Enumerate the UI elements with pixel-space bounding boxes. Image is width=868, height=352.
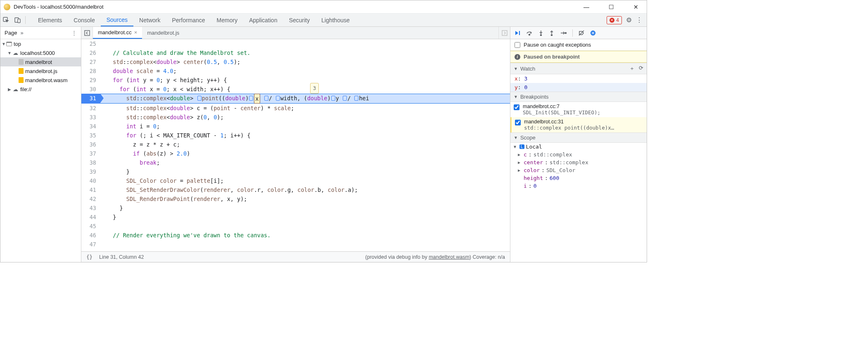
tree-root[interactable]: ▼ top	[0, 39, 81, 48]
deactivate-bp-icon[interactable]	[579, 30, 584, 36]
main-tab-application[interactable]: Application	[243, 14, 283, 26]
tree-origin[interactable]: ▼☁ localhost:5000	[0, 48, 81, 57]
watch-section-head[interactable]: ▼Watch ＋ ⟳	[510, 63, 647, 74]
close-button[interactable]: ✕	[628, 2, 643, 12]
close-tab-icon[interactable]: ×	[134, 29, 138, 35]
main-tab-network[interactable]: Network	[133, 14, 166, 26]
line-gutter[interactable]: 41	[81, 185, 100, 194]
add-watch-icon[interactable]: ＋	[629, 65, 635, 72]
line-gutter[interactable]: 28	[81, 66, 100, 76]
line-gutter[interactable]: 46	[81, 231, 100, 240]
pause-exceptions-icon[interactable]	[590, 30, 596, 36]
svg-rect-5	[519, 31, 520, 35]
tree-origin[interactable]: ▶☁ file://	[0, 85, 81, 94]
line-gutter[interactable]: 45	[81, 222, 100, 231]
editor-tabs: mandelbrot.cc×mandelbrot.js	[81, 27, 510, 39]
line-gutter[interactable]: 36	[81, 140, 100, 149]
step-out-icon[interactable]	[549, 30, 554, 36]
scope-var[interactable]: height: 600	[510, 174, 647, 182]
step-into-icon[interactable]	[538, 30, 543, 36]
watch-row[interactable]: x: 3	[510, 74, 647, 83]
pause-caught-option[interactable]: Pause on caught exceptions	[510, 39, 647, 51]
line-gutter[interactable]: 25	[81, 39, 100, 48]
line-gutter[interactable]: 35	[81, 131, 100, 140]
maximize-button[interactable]: ☐	[604, 2, 619, 12]
window-title: DevTools - localhost:5000/mandelbrot	[14, 4, 579, 10]
line-gutter[interactable]: 27	[81, 57, 100, 66]
debug-toolbar	[510, 27, 647, 39]
scope-var[interactable]: ▶c: std::complex	[510, 151, 647, 158]
editor-tab[interactable]: mandelbrot.js	[142, 27, 184, 39]
main-tab-console[interactable]: Console	[68, 14, 100, 26]
sidebar-more-icon[interactable]: ⋮	[71, 30, 77, 36]
main-tab-security[interactable]: Security	[283, 14, 316, 26]
error-count: 4	[616, 17, 619, 23]
breakpoint-row[interactable]: mandelbrot.cc:31std::complex point((doub…	[510, 117, 647, 132]
main-tab-sources[interactable]: Sources	[101, 14, 133, 26]
debug-info-link[interactable]: mandelbrot.wasm	[429, 254, 470, 260]
line-gutter[interactable]: 43	[81, 203, 100, 213]
minimize-button[interactable]: —	[579, 2, 594, 12]
scope-var[interactable]: ▶center: std::complex	[510, 158, 647, 166]
sidebar-header: Page » ⋮	[0, 27, 81, 39]
resume-icon[interactable]	[515, 30, 520, 36]
scope-var[interactable]: i: 0	[510, 182, 647, 190]
line-gutter[interactable]: 42	[81, 194, 100, 203]
device-toolbar-icon[interactable]	[12, 14, 24, 26]
more-tabs-icon[interactable]: »	[20, 30, 23, 36]
watch-row[interactable]: y: 0	[510, 83, 647, 92]
svg-rect-2	[18, 19, 20, 23]
tree-file[interactable]: mandelbrot	[0, 57, 81, 66]
step-icon[interactable]	[560, 31, 567, 35]
scope-group[interactable]: ▼L Local	[510, 143, 647, 151]
code-editor[interactable]: 2526 // Calculate and draw the Mandelbro…	[81, 39, 510, 251]
line-gutter[interactable]: 39	[81, 167, 100, 176]
file-tree: ▼ top ▼☁ localhost:5000 mandelbrot mande…	[0, 39, 81, 262]
main-tab-elements[interactable]: Elements	[32, 14, 68, 26]
tree-file[interactable]: mandelbrot.js	[0, 66, 81, 76]
line-gutter[interactable]: 26	[81, 48, 100, 57]
breakpoint-checkbox[interactable]	[515, 120, 521, 125]
refresh-watch-icon[interactable]: ⟳	[639, 65, 643, 72]
line-gutter[interactable]: 47	[81, 240, 100, 249]
line-gutter[interactable]: 33	[81, 113, 100, 122]
main-tab-memory[interactable]: Memory	[211, 14, 244, 26]
scope-var[interactable]: ▶color: SDL_Color	[510, 166, 647, 174]
more-icon[interactable]: ⋮	[636, 16, 643, 24]
main-tab-lighthouse[interactable]: Lighthouse	[315, 14, 356, 26]
info-icon: i	[515, 54, 520, 60]
svg-rect-11	[592, 32, 593, 34]
svg-rect-4	[502, 31, 507, 35]
titlebar: DevTools - localhost:5000/mandelbrot — ☐…	[0, 0, 647, 14]
breakpoint-row[interactable]: mandelbrot.cc:7SDL_Init(SDL_INIT_VIDEO);	[510, 102, 647, 117]
breakpoint-checkbox[interactable]	[514, 104, 519, 110]
line-gutter[interactable]: 30	[81, 85, 100, 94]
scope-section-head[interactable]: ▼Scope	[510, 132, 647, 143]
line-gutter[interactable]: 29	[81, 76, 100, 85]
main-tabbar: ElementsConsoleSourcesNetworkPerformance…	[0, 14, 647, 27]
window-icon	[6, 42, 12, 46]
format-icon[interactable]: {}	[86, 254, 92, 260]
page-tab[interactable]: Page	[5, 30, 17, 36]
tree-file[interactable]: mandelbrot.wasm	[0, 76, 81, 85]
editor-tab[interactable]: mandelbrot.cc×	[93, 27, 142, 39]
line-gutter[interactable]: 32	[81, 104, 100, 113]
line-gutter[interactable]: 31	[81, 94, 100, 104]
nav-back-icon[interactable]	[81, 27, 93, 39]
settings-icon[interactable]: ⚙	[626, 16, 632, 24]
cloud-icon: ☁	[12, 50, 19, 56]
line-gutter[interactable]: 38	[81, 158, 100, 167]
line-gutter[interactable]: 34	[81, 122, 100, 131]
svg-rect-12	[593, 32, 594, 34]
step-over-icon[interactable]	[526, 30, 533, 36]
nav-fwd-icon[interactable]	[498, 27, 510, 39]
breakpoints-section-head[interactable]: ▼Breakpoints	[510, 92, 647, 102]
error-icon: ✕	[609, 18, 614, 23]
line-gutter[interactable]: 40	[81, 176, 100, 185]
inspect-element-icon[interactable]	[0, 14, 12, 26]
error-count-badge[interactable]: ✕ 4	[607, 16, 622, 24]
line-gutter[interactable]: 37	[81, 149, 100, 158]
pause-caught-checkbox[interactable]	[515, 42, 520, 48]
line-gutter[interactable]: 44	[81, 213, 100, 222]
main-tab-performance[interactable]: Performance	[166, 14, 211, 26]
